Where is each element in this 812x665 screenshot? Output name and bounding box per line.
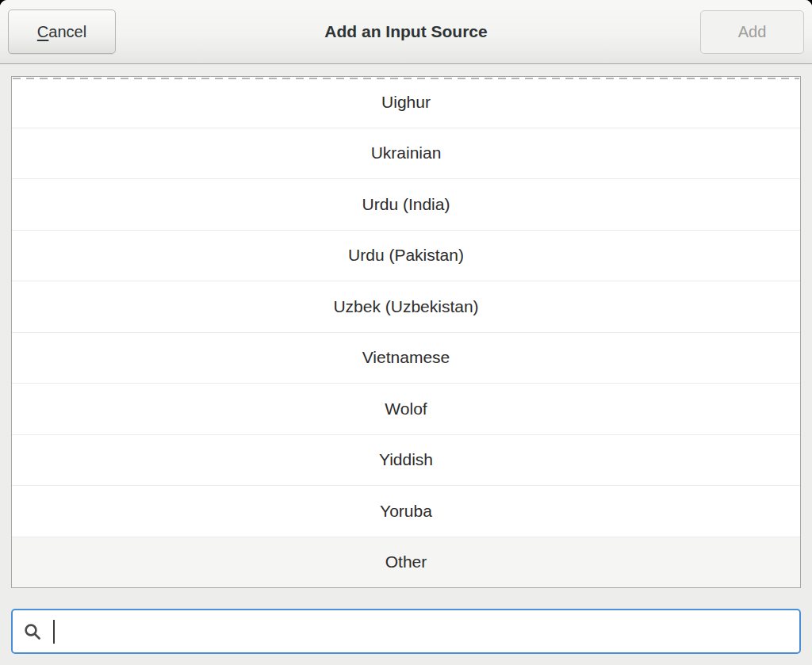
text-cursor xyxy=(53,620,55,644)
list-item[interactable]: Urdu (Pakistan) xyxy=(12,230,800,281)
search-icon xyxy=(23,622,42,641)
cancel-button[interactable]: Cancel xyxy=(8,10,116,54)
cancel-button-label: ancel xyxy=(48,23,86,40)
list-item-label: Urdu (India) xyxy=(362,195,450,214)
list-item[interactable]: Yoruba xyxy=(12,485,800,537)
input-source-list: Uighur Ukrainian Urdu (India) Urdu (Paki… xyxy=(11,76,801,588)
header-bar: Add an Input Source Cancel Add xyxy=(0,0,812,64)
add-button-label: Add xyxy=(738,23,767,41)
add-input-source-dialog: Add an Input Source Cancel Add Uighur Uk… xyxy=(0,0,812,665)
list-item[interactable]: Uzbek (Uzbekistan) xyxy=(12,281,800,332)
search-input[interactable] xyxy=(11,609,801,654)
list-item[interactable]: Vietnamese xyxy=(12,332,800,384)
list-item[interactable]: Yiddish xyxy=(12,434,800,486)
list-item[interactable]: Uighur xyxy=(12,77,800,128)
list-item-label: Vietnamese xyxy=(362,348,450,367)
list-item[interactable]: Ukrainian xyxy=(12,128,800,179)
list-item-label: Uzbek (Uzbekistan) xyxy=(333,297,478,316)
list-item[interactable]: Urdu (India) xyxy=(12,178,800,230)
page-title: Add an Input Source xyxy=(0,22,812,41)
add-button[interactable]: Add xyxy=(700,10,804,54)
list-item-other[interactable]: Other xyxy=(12,537,800,588)
list-item-label: Urdu (Pakistan) xyxy=(348,246,464,265)
list-item-label: Wolof xyxy=(385,399,427,418)
list-item[interactable]: Wolof xyxy=(12,383,800,434)
list-item-label: Other xyxy=(385,552,427,571)
list-item-label: Yiddish xyxy=(379,450,433,469)
list-item-label: Uighur xyxy=(381,93,431,112)
list-item-label: Yoruba xyxy=(380,502,432,521)
scroll-undershoot-indicator xyxy=(13,78,799,79)
list-item-label: Ukrainian xyxy=(371,143,442,162)
cancel-button-mnemonic: C xyxy=(37,23,48,40)
